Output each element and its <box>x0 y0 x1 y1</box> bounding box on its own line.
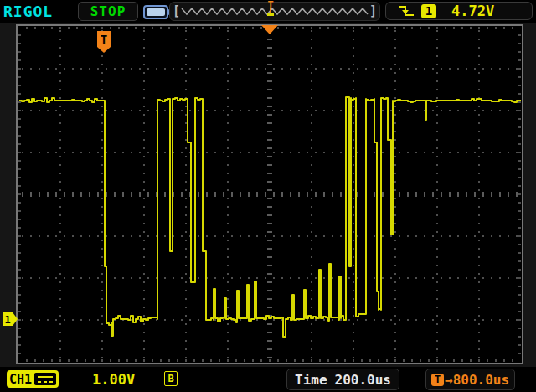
dc-coupling-icon <box>34 373 56 385</box>
horizontal-center-marker-icon <box>261 25 278 34</box>
falling-edge-trigger-icon <box>398 3 415 18</box>
trigger-offset-value: →800.0us <box>445 372 509 388</box>
time-label: Time <box>295 372 327 388</box>
marker-overlay: T 1 <box>0 0 536 392</box>
bandwidth-limit-badge: B <box>164 371 178 386</box>
trigger-offset-readout: T →800.0us <box>425 369 515 390</box>
trigger-readout: 1 4.72V <box>385 2 533 20</box>
battery-icon <box>143 5 168 19</box>
memory-waveform-preview: [ ] T <box>169 2 380 21</box>
timebase-readout: Time 200.0us <box>286 369 399 390</box>
trigger-offset-marker: T <box>431 374 444 386</box>
preview-channel-tick <box>267 13 274 16</box>
trigger-source-badge: 1 <box>421 4 436 18</box>
channel1-label: CH1 <box>9 372 32 387</box>
trigger-flag-label: T <box>100 33 107 46</box>
channel1-badge: CH1 <box>7 370 59 388</box>
preview-right-bracket: ] <box>369 3 377 18</box>
run-status-badge: STOP <box>78 2 138 21</box>
top-status-bar: RIGOL STOP [ ] T 1 4.72V <box>0 0 536 23</box>
bottom-status-bar: CH1 1.00V B Time 200.0us T →800.0us <box>0 367 536 392</box>
run-status-text: STOP <box>90 3 126 19</box>
trigger-level-value: 4.72V <box>451 3 494 19</box>
vertical-scale-value: 1.00V <box>92 371 135 388</box>
time-scale-value: 200.0us <box>335 372 391 388</box>
brand-logo: RIGOL <box>3 3 53 20</box>
battery-fill <box>147 8 165 16</box>
channel1-marker-label: 1 <box>4 314 10 326</box>
oscilloscope-screen: T 1 RIGOL STOP [ ] T 1 4.72V <box>0 0 536 392</box>
